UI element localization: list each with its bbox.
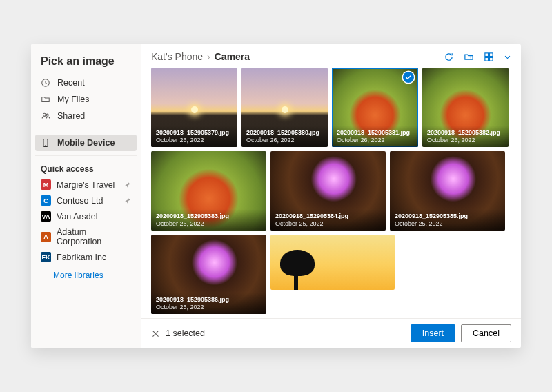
org-tile-icon: C (41, 195, 51, 206)
file-name: 20200918_152905385.jpg (395, 213, 500, 220)
file-name: 20200918_152905386.jpg (156, 297, 262, 304)
file-date: October 26, 2022 (246, 137, 323, 144)
footer-actions: Insert Cancel (411, 324, 511, 342)
org-tile-icon: VA (41, 211, 51, 222)
file-date: October 25, 2022 (395, 220, 500, 227)
file-date: October 25, 2022 (156, 304, 262, 311)
thumbnail-overlay: 20200918_152905380.jpgOctober 26, 2022 (241, 126, 328, 147)
file-date: October 26, 2022 (156, 220, 262, 227)
nav-label: My Files (57, 95, 90, 104)
main-area: Pick an image Recent My Files Shared (31, 44, 521, 348)
top-actions (444, 52, 511, 62)
thumbnail-overlay: 20200918_152905379.jpgOctober 26, 2022 (151, 126, 237, 147)
file-date: October 26, 2022 (427, 137, 504, 144)
breadcrumb-segment[interactable]: Kat's Phone (151, 51, 203, 62)
image-thumbnail[interactable]: 20200918_152905385.jpgOctober 25, 2022 (390, 151, 505, 231)
svg-point-2 (46, 114, 48, 116)
image-thumbnail[interactable]: 20200918_152905386.jpgOctober 25, 2022 (151, 235, 266, 314)
image-thumbnail[interactable]: 20200918_152905383.jpgOctober 26, 2022 (151, 151, 266, 231)
quick-access-item[interactable]: VA Van Arsdel (35, 208, 137, 224)
image-thumbnail[interactable]: 20200918_152905381.jpgOctober 26, 2022 (332, 68, 418, 147)
file-date: October 25, 2022 (275, 220, 381, 227)
new-folder-icon[interactable] (464, 52, 474, 62)
thumbnail-overlay: 20200918_152905381.jpgOctober 26, 2022 (332, 126, 418, 147)
quick-access-item[interactable]: FK Fabrikam Inc (35, 249, 137, 265)
selection-info: 1 selected (151, 329, 205, 338)
quick-access-item[interactable]: A Adatum Corporation (35, 224, 137, 249)
org-tile-icon: FK (41, 252, 51, 262)
svg-point-1 (43, 113, 46, 116)
quick-access-label: Adatum Corporation (57, 227, 131, 246)
divider (35, 155, 137, 156)
insert-button[interactable]: Insert (411, 324, 455, 342)
org-tile-icon: A (41, 232, 51, 242)
thumbnail-grid[interactable]: 20200918_152905379.jpgOctober 26, 202220… (141, 68, 521, 318)
image-thumbnail[interactable]: 20200918_152905380.jpgOctober 26, 2022 (241, 68, 328, 147)
breadcrumb-segment[interactable]: Camera (215, 51, 250, 62)
svg-rect-6 (485, 57, 489, 61)
file-name: 20200918_152905384.jpg (275, 213, 381, 220)
sidebar: Pick an image Recent My Files Shared (31, 44, 141, 348)
view-grid-icon[interactable] (484, 52, 494, 62)
thumbnail-overlay: 20200918_152905382.jpgOctober 26, 2022 (422, 126, 509, 147)
nav-label: Mobile Device (57, 138, 115, 148)
nav-recent[interactable]: Recent (35, 75, 137, 91)
chevron-down-icon[interactable] (504, 53, 511, 61)
divider (35, 130, 137, 130)
thumbnail-overlay: 20200918_152905383.jpgOctober 26, 2022 (151, 209, 266, 231)
pin-icon[interactable] (124, 197, 131, 204)
svg-rect-7 (489, 57, 493, 61)
image-thumbnail[interactable]: 20200918_152905379.jpgOctober 26, 2022 (151, 68, 237, 147)
org-tile-icon: M (41, 179, 51, 190)
file-name: 20200918_152905379.jpg (156, 130, 233, 137)
cancel-button[interactable]: Cancel (461, 324, 511, 342)
content-pane: Kat's Phone › Camera (141, 44, 521, 348)
nav-mobile-device[interactable]: Mobile Device (35, 135, 137, 151)
svg-rect-4 (485, 52, 489, 56)
nav-label: Shared (57, 111, 85, 121)
file-name: 20200918_152905383.jpg (156, 213, 262, 220)
file-date: October 26, 2022 (156, 137, 233, 144)
quick-access-label: Quick access (35, 160, 137, 177)
dialog-title: Pick an image (35, 52, 137, 75)
phone-icon (41, 138, 50, 148)
thumbnail-overlay: 20200918_152905385.jpgOctober 25, 2022 (390, 209, 505, 231)
file-name: 20200918_152905382.jpg (427, 130, 504, 137)
file-picker-dialog: Pick an image Recent My Files Shared (31, 44, 521, 348)
topbar: Kat's Phone › Camera (141, 44, 521, 68)
nav-myfiles[interactable]: My Files (35, 91, 137, 108)
pin-icon[interactable] (124, 181, 131, 188)
image-thumbnail[interactable] (270, 235, 395, 290)
selection-count: 1 selected (166, 329, 205, 338)
quick-access-item[interactable]: M Margie's Travel (35, 177, 137, 193)
breadcrumb: Kat's Phone › Camera (151, 51, 250, 62)
footer-bar: 1 selected Insert Cancel (141, 318, 521, 348)
file-date: October 26, 2022 (337, 137, 413, 144)
folder-icon (41, 95, 50, 104)
chevron-right-icon: › (207, 51, 210, 62)
file-name: 20200918_152905381.jpg (337, 130, 413, 137)
image-thumbnail[interactable]: 20200918_152905382.jpgOctober 26, 2022 (422, 68, 509, 147)
quick-access-label: Margie's Travel (57, 180, 115, 190)
thumbnail-overlay: 20200918_152905386.jpgOctober 25, 2022 (151, 293, 266, 314)
clock-icon (41, 78, 50, 88)
nav-shared[interactable]: Shared (35, 108, 137, 124)
checkmark-icon[interactable] (403, 72, 414, 83)
clear-selection-icon[interactable] (151, 329, 160, 338)
file-name: 20200918_152905380.jpg (246, 130, 323, 137)
svg-rect-5 (489, 52, 493, 56)
nav-label: Recent (57, 78, 85, 88)
quick-access-label: Van Arsdel (57, 212, 98, 222)
people-icon (41, 111, 50, 121)
thumbnail-overlay: 20200918_152905384.jpgOctober 25, 2022 (270, 209, 386, 231)
quick-access-label: Fabrikam Inc (57, 253, 106, 262)
more-libraries-link[interactable]: More libraries (35, 265, 137, 283)
refresh-icon[interactable] (444, 52, 454, 62)
quick-access-item[interactable]: C Contoso Ltd (35, 193, 137, 208)
quick-access-label: Contoso Ltd (57, 196, 103, 206)
image-thumbnail[interactable]: 20200918_152905384.jpgOctober 25, 2022 (270, 151, 386, 231)
